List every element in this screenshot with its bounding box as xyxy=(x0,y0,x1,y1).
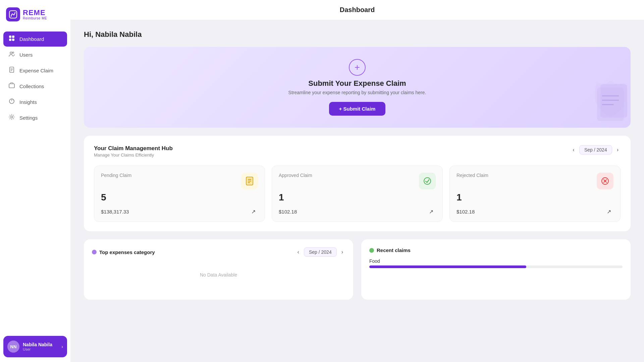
sidebar-label-dashboard: Dashboard xyxy=(19,36,44,42)
sidebar: REME Reimburse ME Dashboard xyxy=(0,0,70,362)
approved-card-top: Approved Claim xyxy=(279,173,436,189)
banner-title: Submit Your Expense Claim xyxy=(308,79,406,88)
rejected-claim-card: Rejected Claim 1 $102.18 ↗ xyxy=(449,166,621,222)
expenses-card-header: Top expenses category ‹ Sep / 2024 › xyxy=(92,247,345,257)
sidebar-nav: Dashboard Users xyxy=(0,27,70,331)
svg-point-5 xyxy=(10,52,12,54)
pending-amount: $138,317.33 xyxy=(101,209,129,215)
plus-circle-icon: + xyxy=(349,59,366,76)
banner-decoration xyxy=(590,81,631,128)
sidebar-footer: NN Nabila Nabila User › xyxy=(0,331,70,362)
pending-card-top: Pending Claim xyxy=(101,173,258,189)
logo-sub: Reimburse ME xyxy=(23,16,47,20)
submit-claim-banner: + Submit Your Expense Claim Streamline y… xyxy=(84,47,631,128)
sidebar-item-dashboard[interactable]: Dashboard xyxy=(3,32,67,47)
rejected-card-bottom: $102.18 ↗ xyxy=(457,207,613,216)
pending-count: 5 xyxy=(101,192,258,203)
recent-claim-item: Food xyxy=(369,258,623,268)
sidebar-label-collections: Collections xyxy=(19,83,44,89)
pending-card-bottom: $138,317.33 ↗ xyxy=(101,207,258,216)
pending-claim-card: Pending Claim 5 xyxy=(94,166,265,222)
recent-claims-card: Recent claims Food xyxy=(361,239,631,300)
pending-arrow-icon[interactable]: ↗ xyxy=(249,207,258,216)
claim-hub-title: Your Claim Management Hub xyxy=(94,145,173,152)
expenses-prev-month-button[interactable]: ‹ xyxy=(296,248,301,256)
rejected-label: Rejected Claim xyxy=(457,173,488,178)
claim-cards: Pending Claim 5 xyxy=(94,166,621,222)
banner-subtitle: Streamline your expense reporting by sub… xyxy=(288,90,426,95)
users-icon xyxy=(8,51,15,59)
insights-icon xyxy=(8,98,15,106)
svg-rect-4 xyxy=(12,39,14,41)
svg-point-6 xyxy=(12,52,14,53)
claim-hub-subtitle: Manage Your Claims Efficiently xyxy=(94,153,173,158)
month-label: Sep / 2024 xyxy=(579,145,612,155)
sidebar-label-users: Users xyxy=(19,52,33,58)
svg-point-14 xyxy=(11,116,13,118)
sidebar-label-expense-claim: Expense Claim xyxy=(19,68,53,73)
user-role: User xyxy=(23,347,58,351)
dashboard-icon xyxy=(8,35,15,43)
greeting: Hi, Nabila Nabila xyxy=(84,30,631,39)
claim-hub-header: Your Claim Management Hub Manage Your Cl… xyxy=(94,145,621,158)
sidebar-label-insights: Insights xyxy=(19,99,37,105)
expenses-title: Top expenses category xyxy=(99,249,155,255)
expenses-title-row: Top expenses category xyxy=(92,249,155,255)
recent-claim-label: Food xyxy=(369,258,623,264)
content-area: Hi, Nabila Nabila + Submit Your Expense … xyxy=(70,20,644,310)
expense-claim-icon xyxy=(8,67,15,74)
user-name: Nabila Nabila xyxy=(23,342,58,348)
bottom-row: Top expenses category ‹ Sep / 2024 › No … xyxy=(84,239,631,300)
rejected-card-top: Rejected Claim xyxy=(457,173,613,189)
expenses-next-month-button[interactable]: › xyxy=(339,248,345,256)
rejected-count: 1 xyxy=(457,192,613,203)
approved-icon xyxy=(419,173,436,189)
logo-title: REME xyxy=(23,9,47,16)
expenses-month-label: Sep / 2024 xyxy=(304,247,337,257)
expenses-dot-icon xyxy=(92,250,97,254)
avatar: NN xyxy=(7,341,19,353)
svg-rect-1 xyxy=(9,36,11,38)
sidebar-item-expense-claim[interactable]: Expense Claim xyxy=(3,63,67,78)
sidebar-item-users[interactable]: Users xyxy=(3,47,67,62)
month-navigator: ‹ Sep / 2024 › xyxy=(571,145,621,155)
approved-count: 1 xyxy=(279,192,436,203)
user-expand-icon: › xyxy=(61,344,63,349)
next-month-button[interactable]: › xyxy=(615,145,621,154)
rejected-amount: $102.18 xyxy=(457,209,475,215)
recent-dot-icon xyxy=(369,248,374,253)
user-card[interactable]: NN Nabila Nabila User › xyxy=(3,336,67,357)
prev-month-button[interactable]: ‹ xyxy=(571,145,577,154)
top-expenses-card: Top expenses category ‹ Sep / 2024 › No … xyxy=(84,239,353,300)
collections-icon xyxy=(8,82,15,90)
svg-rect-2 xyxy=(12,36,14,38)
sidebar-item-collections[interactable]: Collections xyxy=(3,79,67,94)
pending-label: Pending Claim xyxy=(101,173,131,178)
approved-arrow-icon[interactable]: ↗ xyxy=(426,207,436,216)
sidebar-item-settings[interactable]: Settings xyxy=(3,110,67,125)
expenses-month-nav: ‹ Sep / 2024 › xyxy=(296,247,345,257)
svg-rect-16 xyxy=(600,84,627,118)
main-content: Dashboard Hi, Nabila Nabila + Submit You… xyxy=(70,0,644,362)
sidebar-item-insights[interactable]: Insights xyxy=(3,95,67,110)
rejected-arrow-icon[interactable]: ↗ xyxy=(604,207,613,216)
topbar: Dashboard xyxy=(70,0,644,20)
submit-claim-button[interactable]: + Submit Claim xyxy=(329,102,386,116)
recent-title-row: Recent claims xyxy=(369,247,411,253)
svg-rect-3 xyxy=(9,39,11,41)
svg-rect-11 xyxy=(9,84,14,88)
logo-text: REME Reimburse ME xyxy=(23,9,47,20)
recent-bar-track xyxy=(369,265,623,268)
approved-claim-card: Approved Claim 1 $102.18 ↗ xyxy=(272,166,443,222)
logo-area: REME Reimburse ME xyxy=(0,0,70,27)
sidebar-label-settings: Settings xyxy=(19,115,38,121)
svg-rect-15 xyxy=(597,87,624,121)
approved-label: Approved Claim xyxy=(279,173,312,178)
rejected-icon xyxy=(597,173,613,189)
claim-management-hub: Your Claim Management Hub Manage Your Cl… xyxy=(84,136,631,231)
no-data-message: No Data Available xyxy=(92,262,345,288)
user-info: Nabila Nabila User xyxy=(23,342,58,352)
pending-icon xyxy=(241,173,258,189)
recent-bar-fill xyxy=(369,265,526,268)
recent-card-header: Recent claims xyxy=(369,247,623,253)
